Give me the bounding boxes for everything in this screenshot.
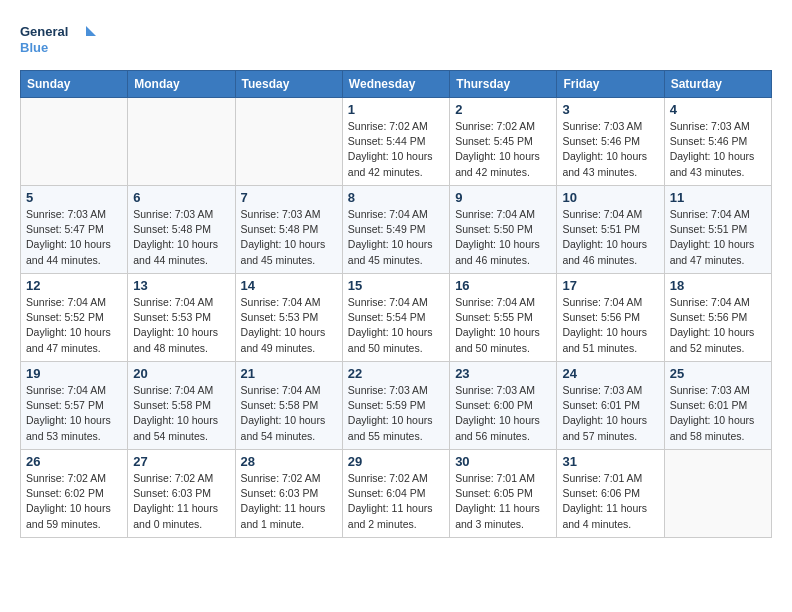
day-detail: Sunrise: 7:02 AMSunset: 6:03 PMDaylight:… <box>133 471 229 532</box>
logo-svg: General Blue <box>20 20 100 60</box>
day-number: 17 <box>562 278 658 293</box>
day-number: 28 <box>241 454 337 469</box>
day-number: 31 <box>562 454 658 469</box>
weekday-header: Sunday <box>21 71 128 98</box>
day-detail: Sunrise: 7:04 AMSunset: 5:57 PMDaylight:… <box>26 383 122 444</box>
calendar-cell: 6Sunrise: 7:03 AMSunset: 5:48 PMDaylight… <box>128 186 235 274</box>
calendar-cell: 13Sunrise: 7:04 AMSunset: 5:53 PMDayligh… <box>128 274 235 362</box>
calendar-table: SundayMondayTuesdayWednesdayThursdayFrid… <box>20 70 772 538</box>
day-number: 19 <box>26 366 122 381</box>
svg-text:General: General <box>20 24 68 39</box>
day-detail: Sunrise: 7:03 AMSunset: 5:46 PMDaylight:… <box>670 119 766 180</box>
weekday-header: Saturday <box>664 71 771 98</box>
weekday-header: Thursday <box>450 71 557 98</box>
day-detail: Sunrise: 7:01 AMSunset: 6:05 PMDaylight:… <box>455 471 551 532</box>
day-number: 9 <box>455 190 551 205</box>
day-detail: Sunrise: 7:03 AMSunset: 5:48 PMDaylight:… <box>241 207 337 268</box>
day-number: 11 <box>670 190 766 205</box>
day-number: 24 <box>562 366 658 381</box>
day-number: 29 <box>348 454 444 469</box>
day-number: 20 <box>133 366 229 381</box>
calendar-week-row: 12Sunrise: 7:04 AMSunset: 5:52 PMDayligh… <box>21 274 772 362</box>
day-detail: Sunrise: 7:03 AMSunset: 5:47 PMDaylight:… <box>26 207 122 268</box>
day-detail: Sunrise: 7:04 AMSunset: 5:50 PMDaylight:… <box>455 207 551 268</box>
day-number: 27 <box>133 454 229 469</box>
day-number: 25 <box>670 366 766 381</box>
day-detail: Sunrise: 7:02 AMSunset: 6:02 PMDaylight:… <box>26 471 122 532</box>
day-number: 18 <box>670 278 766 293</box>
day-detail: Sunrise: 7:04 AMSunset: 5:58 PMDaylight:… <box>241 383 337 444</box>
calendar-cell: 8Sunrise: 7:04 AMSunset: 5:49 PMDaylight… <box>342 186 449 274</box>
day-number: 21 <box>241 366 337 381</box>
day-detail: Sunrise: 7:04 AMSunset: 5:53 PMDaylight:… <box>133 295 229 356</box>
calendar-cell: 14Sunrise: 7:04 AMSunset: 5:53 PMDayligh… <box>235 274 342 362</box>
day-number: 2 <box>455 102 551 117</box>
calendar-cell <box>235 98 342 186</box>
svg-text:Blue: Blue <box>20 40 48 55</box>
calendar-cell: 10Sunrise: 7:04 AMSunset: 5:51 PMDayligh… <box>557 186 664 274</box>
calendar-cell: 27Sunrise: 7:02 AMSunset: 6:03 PMDayligh… <box>128 450 235 538</box>
calendar-week-row: 1Sunrise: 7:02 AMSunset: 5:44 PMDaylight… <box>21 98 772 186</box>
day-detail: Sunrise: 7:01 AMSunset: 6:06 PMDaylight:… <box>562 471 658 532</box>
calendar-week-row: 5Sunrise: 7:03 AMSunset: 5:47 PMDaylight… <box>21 186 772 274</box>
calendar-cell: 5Sunrise: 7:03 AMSunset: 5:47 PMDaylight… <box>21 186 128 274</box>
day-detail: Sunrise: 7:04 AMSunset: 5:55 PMDaylight:… <box>455 295 551 356</box>
calendar-cell: 4Sunrise: 7:03 AMSunset: 5:46 PMDaylight… <box>664 98 771 186</box>
day-detail: Sunrise: 7:03 AMSunset: 5:59 PMDaylight:… <box>348 383 444 444</box>
calendar-week-row: 19Sunrise: 7:04 AMSunset: 5:57 PMDayligh… <box>21 362 772 450</box>
calendar-cell: 18Sunrise: 7:04 AMSunset: 5:56 PMDayligh… <box>664 274 771 362</box>
day-detail: Sunrise: 7:02 AMSunset: 6:03 PMDaylight:… <box>241 471 337 532</box>
day-detail: Sunrise: 7:03 AMSunset: 6:00 PMDaylight:… <box>455 383 551 444</box>
day-detail: Sunrise: 7:04 AMSunset: 5:52 PMDaylight:… <box>26 295 122 356</box>
calendar-cell: 2Sunrise: 7:02 AMSunset: 5:45 PMDaylight… <box>450 98 557 186</box>
calendar-cell: 28Sunrise: 7:02 AMSunset: 6:03 PMDayligh… <box>235 450 342 538</box>
day-number: 7 <box>241 190 337 205</box>
weekday-header: Tuesday <box>235 71 342 98</box>
day-number: 13 <box>133 278 229 293</box>
day-number: 3 <box>562 102 658 117</box>
calendar-cell: 16Sunrise: 7:04 AMSunset: 5:55 PMDayligh… <box>450 274 557 362</box>
calendar-cell: 25Sunrise: 7:03 AMSunset: 6:01 PMDayligh… <box>664 362 771 450</box>
calendar-cell: 7Sunrise: 7:03 AMSunset: 5:48 PMDaylight… <box>235 186 342 274</box>
day-number: 1 <box>348 102 444 117</box>
weekday-header: Monday <box>128 71 235 98</box>
day-detail: Sunrise: 7:04 AMSunset: 5:49 PMDaylight:… <box>348 207 444 268</box>
day-number: 14 <box>241 278 337 293</box>
day-detail: Sunrise: 7:02 AMSunset: 6:04 PMDaylight:… <box>348 471 444 532</box>
calendar-cell: 26Sunrise: 7:02 AMSunset: 6:02 PMDayligh… <box>21 450 128 538</box>
calendar-cell: 19Sunrise: 7:04 AMSunset: 5:57 PMDayligh… <box>21 362 128 450</box>
svg-marker-2 <box>86 26 96 36</box>
calendar-cell <box>21 98 128 186</box>
calendar-cell: 12Sunrise: 7:04 AMSunset: 5:52 PMDayligh… <box>21 274 128 362</box>
calendar-cell: 21Sunrise: 7:04 AMSunset: 5:58 PMDayligh… <box>235 362 342 450</box>
calendar-cell <box>128 98 235 186</box>
day-number: 4 <box>670 102 766 117</box>
day-number: 26 <box>26 454 122 469</box>
weekday-header: Friday <box>557 71 664 98</box>
calendar-cell: 15Sunrise: 7:04 AMSunset: 5:54 PMDayligh… <box>342 274 449 362</box>
day-detail: Sunrise: 7:03 AMSunset: 5:48 PMDaylight:… <box>133 207 229 268</box>
day-number: 16 <box>455 278 551 293</box>
calendar-cell: 11Sunrise: 7:04 AMSunset: 5:51 PMDayligh… <box>664 186 771 274</box>
calendar-cell <box>664 450 771 538</box>
day-number: 23 <box>455 366 551 381</box>
day-detail: Sunrise: 7:04 AMSunset: 5:51 PMDaylight:… <box>670 207 766 268</box>
page-header: General Blue <box>20 20 772 60</box>
day-detail: Sunrise: 7:02 AMSunset: 5:44 PMDaylight:… <box>348 119 444 180</box>
day-detail: Sunrise: 7:03 AMSunset: 5:46 PMDaylight:… <box>562 119 658 180</box>
calendar-cell: 1Sunrise: 7:02 AMSunset: 5:44 PMDaylight… <box>342 98 449 186</box>
calendar-cell: 23Sunrise: 7:03 AMSunset: 6:00 PMDayligh… <box>450 362 557 450</box>
calendar-cell: 24Sunrise: 7:03 AMSunset: 6:01 PMDayligh… <box>557 362 664 450</box>
logo: General Blue <box>20 20 100 60</box>
weekday-header-row: SundayMondayTuesdayWednesdayThursdayFrid… <box>21 71 772 98</box>
calendar-cell: 17Sunrise: 7:04 AMSunset: 5:56 PMDayligh… <box>557 274 664 362</box>
calendar-week-row: 26Sunrise: 7:02 AMSunset: 6:02 PMDayligh… <box>21 450 772 538</box>
day-number: 22 <box>348 366 444 381</box>
calendar-cell: 31Sunrise: 7:01 AMSunset: 6:06 PMDayligh… <box>557 450 664 538</box>
calendar-cell: 30Sunrise: 7:01 AMSunset: 6:05 PMDayligh… <box>450 450 557 538</box>
calendar-cell: 9Sunrise: 7:04 AMSunset: 5:50 PMDaylight… <box>450 186 557 274</box>
calendar-cell: 3Sunrise: 7:03 AMSunset: 5:46 PMDaylight… <box>557 98 664 186</box>
weekday-header: Wednesday <box>342 71 449 98</box>
day-number: 5 <box>26 190 122 205</box>
day-number: 12 <box>26 278 122 293</box>
